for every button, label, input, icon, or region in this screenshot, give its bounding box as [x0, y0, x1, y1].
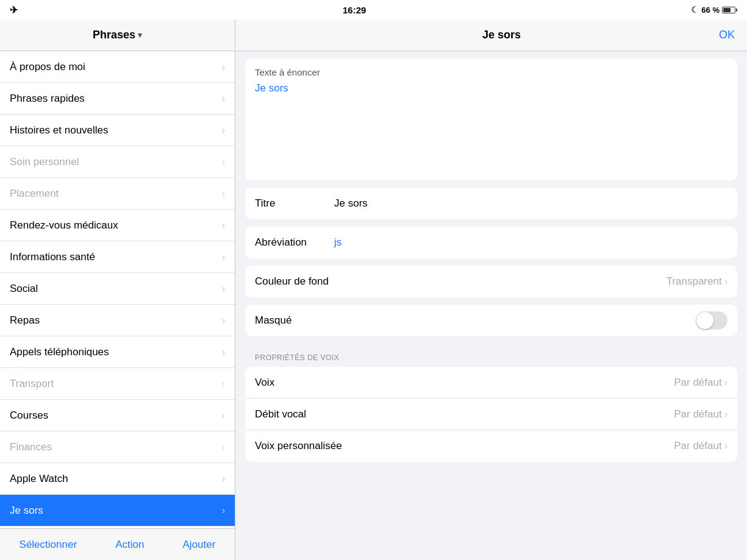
- status-left: ✈: [10, 4, 18, 16]
- titre-label: Titre: [255, 197, 334, 210]
- sidebar-item-social[interactable]: Social ›: [0, 273, 235, 305]
- phrases-header-label: Phrases: [93, 29, 135, 41]
- battery-icon: [722, 7, 737, 13]
- left-panel: Phrases ▾ À propos de moi › Phrases rapi…: [0, 19, 235, 560]
- dropdown-arrow-icon: ▾: [138, 30, 142, 40]
- debit-row[interactable]: Débit vocal Par défaut ›: [245, 399, 737, 430]
- abreviation-card: Abréviation js: [245, 227, 737, 258]
- sidebar-item-courses[interactable]: Courses ›: [0, 400, 235, 431]
- sidebar-item-rdv-med[interactable]: Rendez-vous médicaux ›: [0, 210, 235, 241]
- status-bar: ✈ 16:29 ☾ 66 %: [0, 0, 747, 19]
- add-button[interactable]: Ajouter: [173, 534, 226, 556]
- debit-chevron-icon: ›: [724, 409, 727, 420]
- chevron-icon: ›: [222, 125, 225, 136]
- voix-section-header: PROPRIÉTÉS DE VOIX: [235, 344, 747, 367]
- right-header: Je sors OK: [235, 19, 747, 51]
- abreviation-row[interactable]: Abréviation js: [245, 227, 737, 258]
- chevron-icon: ›: [222, 62, 225, 73]
- voix-personnalisee-chevron-icon: ›: [724, 441, 727, 452]
- moon-icon: ☾: [691, 5, 699, 15]
- couleur-card: Couleur de fond Transparent ›: [245, 266, 737, 297]
- chevron-icon: ›: [222, 157, 225, 168]
- chevron-icon: ›: [222, 283, 225, 294]
- sidebar-item-info-sante[interactable]: Informations santé ›: [0, 241, 235, 273]
- bottom-toolbar: Sélectionner Action Ajouter: [0, 528, 235, 560]
- titre-value: Je sors: [334, 197, 727, 210]
- chevron-icon: ›: [222, 220, 225, 231]
- masque-label: Masqué: [255, 314, 334, 327]
- main-container: Phrases ▾ À propos de moi › Phrases rapi…: [0, 19, 747, 560]
- status-right: ☾ 66 %: [691, 5, 737, 15]
- page-title: Je sors: [284, 29, 719, 41]
- sidebar-item-phrases-rapides[interactable]: Phrases rapides ›: [0, 83, 235, 115]
- titre-row[interactable]: Titre Je sors: [245, 188, 737, 219]
- debit-label: Débit vocal: [255, 408, 334, 420]
- texte-label: Texte à énoncer: [255, 67, 727, 77]
- texte-value: Je sors: [255, 82, 727, 94]
- chevron-icon: ›: [222, 410, 225, 421]
- sidebar-item-transport: Transport ›: [0, 368, 235, 400]
- masque-card: Masqué: [245, 305, 737, 336]
- chevron-icon: ›: [222, 315, 225, 326]
- toggle-knob: [696, 312, 713, 329]
- left-header[interactable]: Phrases ▾: [0, 19, 235, 51]
- right-panel: Je sors OK Texte à énoncer Je sors Titre…: [235, 19, 747, 560]
- abreviation-label: Abréviation: [255, 236, 334, 249]
- ok-button[interactable]: OK: [719, 29, 735, 41]
- battery-percent: 66 %: [701, 5, 720, 15]
- airplane-icon: ✈: [10, 4, 18, 16]
- couleur-chevron-icon: ›: [724, 276, 727, 287]
- texte-area[interactable]: Texte à énoncer Je sors: [245, 58, 737, 180]
- chevron-icon: ›: [222, 505, 225, 516]
- sidebar-item-soin: Soin personnel ›: [0, 146, 235, 178]
- sidebar-item-histoires[interactable]: Histoires et nouvelles ›: [0, 115, 235, 146]
- titre-card: Titre Je sors: [245, 188, 737, 219]
- sidebar-item-finances: Finances ›: [0, 431, 235, 463]
- select-button[interactable]: Sélectionner: [10, 534, 87, 556]
- nav-list: À propos de moi › Phrases rapides › Hist…: [0, 51, 235, 528]
- abreviation-value: js: [334, 236, 727, 249]
- chevron-icon: ›: [222, 473, 225, 484]
- sidebar-item-a-propos[interactable]: À propos de moi ›: [0, 51, 235, 83]
- masque-toggle[interactable]: [696, 311, 727, 330]
- action-button[interactable]: Action: [105, 534, 154, 556]
- sidebar-item-je-sors[interactable]: Je sors ›: [0, 495, 235, 526]
- status-time: 16:29: [343, 5, 366, 15]
- chevron-icon: ›: [222, 442, 225, 453]
- sidebar-item-apple-watch[interactable]: Apple Watch ›: [0, 463, 235, 495]
- sidebar-item-placement: Placement ›: [0, 178, 235, 210]
- right-content: Texte à énoncer Je sors Titre Je sors Ab…: [235, 51, 747, 560]
- voix-personnalisee-value: Par défaut: [342, 440, 722, 452]
- voix-value: Par défaut: [334, 377, 722, 389]
- sidebar-item-appels[interactable]: Appels téléphoniques ›: [0, 336, 235, 368]
- couleur-value: Transparent: [334, 275, 722, 288]
- chevron-icon: ›: [222, 378, 225, 389]
- voix-row[interactable]: Voix Par défaut ›: [245, 367, 737, 399]
- debit-value: Par défaut: [334, 408, 722, 420]
- couleur-row[interactable]: Couleur de fond Transparent ›: [245, 266, 737, 297]
- voix-chevron-icon: ›: [724, 377, 727, 388]
- texte-card: Texte à énoncer Je sors: [245, 58, 737, 180]
- chevron-icon: ›: [222, 347, 225, 358]
- voix-personnalisee-row[interactable]: Voix personnalisée Par défaut ›: [245, 430, 737, 462]
- voix-personnalisee-label: Voix personnalisée: [255, 440, 342, 452]
- chevron-icon: ›: [222, 93, 225, 104]
- voix-label: Voix: [255, 377, 334, 389]
- voix-card: Voix Par défaut › Débit vocal Par défaut…: [245, 367, 737, 462]
- chevron-icon: ›: [222, 188, 225, 199]
- masque-row: Masqué: [245, 305, 737, 336]
- chevron-icon: ›: [222, 252, 225, 263]
- sidebar-item-repas[interactable]: Repas ›: [0, 305, 235, 336]
- couleur-label: Couleur de fond: [255, 275, 334, 288]
